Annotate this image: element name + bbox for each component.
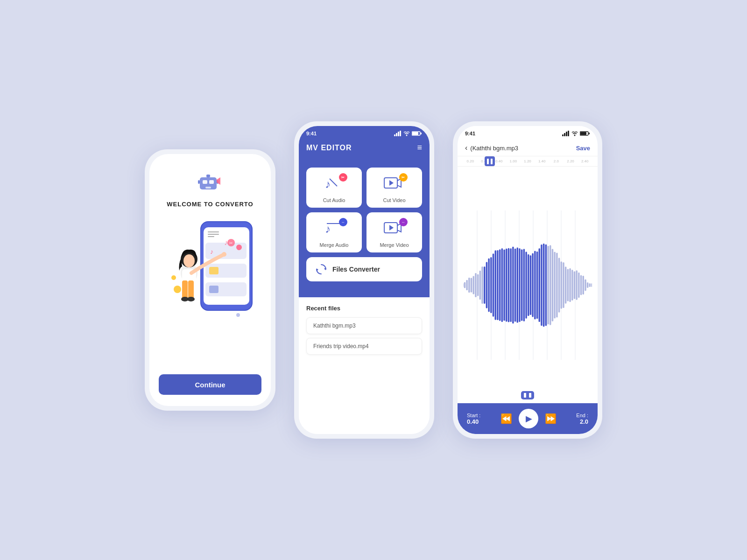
svg-rect-17 xyxy=(209,267,218,274)
svg-rect-94 xyxy=(508,248,510,322)
svg-rect-101 xyxy=(523,249,525,322)
svg-rect-111 xyxy=(545,244,547,326)
svg-point-27 xyxy=(187,297,195,301)
editor-content: ♪ ✂ Cut Audio xyxy=(299,160,430,297)
svg-rect-89 xyxy=(497,250,499,320)
time-display: 9:41 xyxy=(306,131,317,136)
svg-point-28 xyxy=(222,252,226,257)
recent-file-2[interactable]: Friends trip video.mp4 xyxy=(306,338,422,355)
svg-line-44 xyxy=(330,179,337,186)
app-title: MV EDITOR xyxy=(306,144,352,152)
status-bar: 9:41 xyxy=(299,126,430,139)
merge-audio-icon-wrap: ♪ ↔ xyxy=(323,220,345,238)
svg-rect-100 xyxy=(521,249,523,321)
audio-controls: Start : 0.40 ⏪ ▶ ⏩ End : 2.0 xyxy=(458,403,598,434)
svg-rect-131 xyxy=(589,283,591,287)
svg-rect-64 xyxy=(491,159,493,164)
merge-video-card[interactable]: ↔ Merge Video xyxy=(366,212,422,252)
svg-rect-61 xyxy=(580,132,586,135)
svg-rect-42 xyxy=(421,133,422,134)
svg-rect-95 xyxy=(510,248,512,322)
svg-rect-78 xyxy=(473,276,475,294)
svg-rect-56 xyxy=(564,133,565,136)
svg-rect-133 xyxy=(524,393,526,398)
svg-rect-98 xyxy=(517,247,519,323)
signal-icons xyxy=(394,131,422,136)
app-header: MV EDITOR ≡ xyxy=(299,139,430,160)
continue-button[interactable]: Continue xyxy=(159,374,261,395)
svg-point-59 xyxy=(574,135,576,136)
svg-text:♪: ♪ xyxy=(224,238,228,246)
svg-rect-57 xyxy=(566,132,567,136)
svg-marker-47 xyxy=(389,180,394,186)
converter-icon xyxy=(316,264,327,275)
svg-rect-104 xyxy=(530,255,532,315)
recent-title: Recent files xyxy=(306,305,422,312)
play-button[interactable]: ▶ xyxy=(519,409,538,428)
svg-rect-109 xyxy=(541,244,543,325)
svg-point-31 xyxy=(236,313,240,317)
ruler-mark-4: 1.00 xyxy=(506,159,521,163)
playhead-bottom[interactable] xyxy=(521,391,534,399)
phone1-frame: WELCOME TO CONVERTO ♪ xyxy=(145,149,275,411)
svg-rect-75 xyxy=(466,280,468,290)
svg-rect-97 xyxy=(514,248,516,322)
rewind-button[interactable]: ⏪ xyxy=(500,413,512,424)
hamburger-menu[interactable]: ≡ xyxy=(417,143,422,153)
phone2-frame: 9:41 MV EDITOR ≡ ♪ xyxy=(294,121,434,439)
phone3-frame: 9:41 ‹ (Kaththi bgm.mp3 Save 0.20 0.40 0… xyxy=(453,121,602,439)
cut-audio-icon-wrap: ♪ ✂ xyxy=(323,175,345,194)
save-button[interactable]: Save xyxy=(576,145,590,152)
merge-audio-badge: ↔ xyxy=(339,218,347,226)
merge-video-badge: ↔ xyxy=(399,218,408,226)
tools-grid: ♪ ✂ Cut Audio xyxy=(306,168,422,252)
svg-rect-110 xyxy=(543,243,545,327)
cut-video-icon-wrap: ✂ xyxy=(383,175,406,194)
svg-rect-128 xyxy=(583,275,585,294)
ruler-mark-7: 2.0 xyxy=(549,159,564,163)
converter-label: Files Converter xyxy=(332,266,380,273)
back-button[interactable]: ‹ xyxy=(465,144,467,152)
svg-rect-124 xyxy=(574,271,576,299)
cut-video-card[interactable]: ✂ Cut Video xyxy=(366,168,422,208)
svg-rect-87 xyxy=(493,253,494,316)
svg-rect-125 xyxy=(576,270,578,300)
svg-text:♪: ♪ xyxy=(325,223,331,235)
welcome-title: WELCOME TO CONVERTO xyxy=(167,201,253,208)
svg-text:✂: ✂ xyxy=(229,241,233,245)
svg-rect-37 xyxy=(398,132,399,136)
svg-rect-77 xyxy=(471,278,472,292)
waveform-area xyxy=(458,167,598,403)
svg-rect-4 xyxy=(198,180,200,184)
svg-rect-82 xyxy=(481,266,483,304)
svg-rect-25 xyxy=(188,280,194,299)
svg-rect-79 xyxy=(475,273,477,297)
svg-rect-74 xyxy=(464,282,466,288)
play-icon: ▶ xyxy=(526,413,532,424)
playhead-top[interactable] xyxy=(485,156,495,166)
recent-file-1[interactable]: Kaththi bgm.mp3 xyxy=(306,317,422,334)
cut-audio-card[interactable]: ♪ ✂ Cut Audio xyxy=(306,168,362,208)
svg-rect-83 xyxy=(484,266,486,303)
svg-rect-3 xyxy=(205,187,211,189)
svg-rect-103 xyxy=(528,254,529,316)
svg-rect-134 xyxy=(529,393,531,398)
svg-rect-107 xyxy=(536,251,538,318)
files-converter-card[interactable]: Files Converter xyxy=(306,257,422,281)
svg-point-22 xyxy=(183,254,195,267)
svg-rect-112 xyxy=(547,245,549,324)
svg-rect-24 xyxy=(182,280,188,299)
svg-rect-130 xyxy=(587,282,589,288)
ruler-mark-5: 1.20 xyxy=(521,159,535,163)
audio-status-bar: 9:41 xyxy=(458,126,598,139)
fast-forward-button[interactable]: ⏩ xyxy=(545,413,557,424)
svg-rect-85 xyxy=(488,258,490,312)
svg-rect-80 xyxy=(477,274,479,296)
svg-rect-96 xyxy=(512,246,514,323)
audio-signal-icons xyxy=(562,131,590,136)
merge-audio-card[interactable]: ♪ ↔ Merge Audio xyxy=(306,212,362,252)
cut-audio-badge: ✂ xyxy=(339,173,347,182)
svg-rect-132 xyxy=(591,283,592,287)
svg-rect-81 xyxy=(479,270,481,299)
svg-point-30 xyxy=(174,286,181,293)
